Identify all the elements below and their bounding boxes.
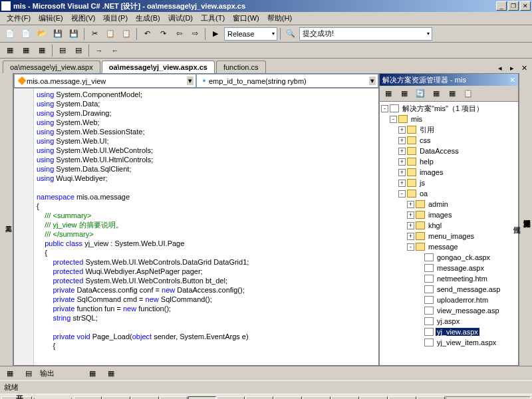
menu-item[interactable]: 编辑(E) bbox=[35, 12, 67, 25]
tree-node[interactable]: +css bbox=[381, 135, 517, 146]
menu-item[interactable]: 生成(B) bbox=[132, 12, 164, 25]
sol-show-all-button[interactable]: ▦ bbox=[429, 86, 444, 101]
solution-explorer-tab[interactable]: 解决方案资源管理器 bbox=[522, 76, 532, 352]
tree-node[interactable]: +help bbox=[381, 156, 517, 167]
tree-node[interactable]: yj.aspx bbox=[381, 316, 517, 327]
tree-node[interactable]: uploaderror.htm bbox=[381, 295, 517, 305]
minimize-button[interactable]: _ bbox=[496, 1, 507, 11]
start-debug-button[interactable]: ▶ bbox=[208, 27, 223, 41]
tree-node[interactable]: +khgl bbox=[381, 220, 517, 231]
tab-scroll-right[interactable]: ▸ bbox=[507, 63, 517, 73]
tb2-comment-button[interactable]: ▤ bbox=[55, 43, 70, 58]
menu-item[interactable]: 调试(D) bbox=[164, 12, 197, 25]
menu-item[interactable]: 视图(V) bbox=[67, 12, 100, 25]
tb2-indent-button[interactable]: → bbox=[92, 43, 106, 58]
tb2-btn-1[interactable]: ▦ bbox=[3, 43, 17, 58]
solution-tree[interactable]: -解决方案"mis"（1 项目）-mis+引用+css+DataAccess+h… bbox=[380, 102, 518, 365]
code-content[interactable]: using System.ComponentModel; using Syste… bbox=[34, 88, 378, 365]
tree-node[interactable]: -mis bbox=[381, 114, 517, 124]
tasklist-icon[interactable]: ▤ bbox=[21, 366, 36, 381]
tree-node[interactable]: +js bbox=[381, 178, 517, 188]
tb2-btn-3[interactable]: ▦ bbox=[35, 43, 49, 58]
tree-node[interactable]: yj_view_item.aspx bbox=[381, 337, 517, 348]
undo-button[interactable]: ↶ bbox=[140, 27, 154, 41]
properties-tab[interactable]: 属性 bbox=[512, 76, 522, 366]
find-button[interactable]: 🔍 bbox=[283, 27, 298, 41]
redo-button[interactable]: ↷ bbox=[156, 27, 170, 41]
taskbar-button[interactable] bbox=[388, 396, 416, 400]
tree-node[interactable]: gongao_ck.aspx bbox=[381, 252, 517, 263]
tree-node[interactable]: +images bbox=[381, 209, 517, 220]
start-button[interactable]: 开始 bbox=[1, 396, 32, 400]
tree-node[interactable]: send_message.asp bbox=[381, 284, 517, 295]
tree-node[interactable]: +images bbox=[381, 167, 517, 178]
toolbar-secondary: ▦ ▦ ▦ ▤ ▤ → ← bbox=[0, 43, 532, 59]
output-btn-2[interactable]: ▦ bbox=[104, 366, 118, 381]
output-tab[interactable]: 输出 bbox=[40, 368, 55, 378]
toolbox-tab[interactable]: 工具箱 bbox=[0, 73, 13, 366]
cut-button[interactable]: ✂ bbox=[87, 27, 102, 41]
system-tray: CH 18:01 bbox=[446, 396, 531, 400]
taskbar-button[interactable]: m... bbox=[188, 396, 216, 400]
taskbar-button[interactable] bbox=[303, 396, 331, 400]
close-button[interactable]: ✕ bbox=[520, 1, 531, 11]
taskbar-button[interactable] bbox=[74, 396, 102, 400]
right-dock-tabs: 解决方案资源管理器 属性 bbox=[519, 73, 532, 366]
tree-node[interactable]: -message bbox=[381, 241, 517, 252]
tb2-btn-2[interactable]: ▦ bbox=[19, 43, 33, 58]
menu-item[interactable]: 窗口(W) bbox=[229, 12, 263, 25]
sol-properties-button[interactable]: ▦ bbox=[445, 86, 460, 101]
taskbar-button[interactable] bbox=[417, 396, 445, 400]
menu-item[interactable]: 项目(P) bbox=[99, 12, 132, 25]
taskbar-button[interactable]: P... bbox=[217, 396, 245, 400]
taskbar-button[interactable] bbox=[160, 396, 188, 400]
tree-node[interactable]: -解决方案"mis"（1 项目） bbox=[381, 103, 517, 114]
new-project-button[interactable]: 📄 bbox=[3, 27, 17, 41]
sol-view-designer-button[interactable]: ▦ bbox=[397, 86, 412, 101]
add-item-button[interactable]: 📄 bbox=[19, 27, 33, 41]
taskbar-button[interactable] bbox=[360, 396, 388, 400]
sol-view-code-button[interactable]: ▦ bbox=[381, 86, 396, 101]
output-icon[interactable]: ▦ bbox=[3, 366, 17, 381]
document-tab[interactable]: oa\message\yj_view.aspx.cs bbox=[102, 61, 215, 73]
sol-refresh-button[interactable]: 🔄 bbox=[413, 86, 428, 101]
tree-node[interactable]: +menu_images bbox=[381, 231, 517, 241]
tree-node[interactable]: netmeeting.htm bbox=[381, 273, 517, 284]
tree-node[interactable]: view_message.asp bbox=[381, 305, 517, 316]
menu-item[interactable]: 帮助(H) bbox=[263, 12, 296, 25]
restore-button[interactable]: ❐ bbox=[508, 1, 519, 11]
solution-explorer-title: 解决方案资源管理器 - mis bbox=[382, 75, 509, 85]
find-combo[interactable]: 提交成功! bbox=[299, 27, 432, 41]
copy-button[interactable]: 📋 bbox=[103, 27, 118, 41]
member-dropdown[interactable]: 🔹 emp_id_to_name(string rybm) bbox=[196, 74, 378, 88]
tree-node[interactable]: yj_view.aspx bbox=[381, 327, 517, 337]
document-tab[interactable]: function.cs bbox=[216, 61, 266, 73]
taskbar-button[interactable] bbox=[102, 396, 130, 400]
save-all-button[interactable]: 💾 bbox=[66, 27, 81, 41]
nav-forward-button[interactable]: ⇨ bbox=[188, 27, 202, 41]
menu-item[interactable]: 文件(F) bbox=[3, 12, 35, 25]
config-dropdown[interactable]: Release bbox=[224, 27, 277, 41]
save-button[interactable]: 💾 bbox=[51, 27, 65, 41]
document-tab[interactable]: oa\message\yj_view.aspx bbox=[3, 61, 100, 73]
menu-item[interactable]: 工具(T) bbox=[197, 12, 229, 25]
tab-scroll-left[interactable]: ◂ bbox=[495, 63, 505, 73]
nav-back-button[interactable]: ⇦ bbox=[172, 27, 186, 41]
taskbar-button[interactable] bbox=[131, 396, 159, 400]
tab-close-button[interactable]: ✕ bbox=[519, 63, 529, 73]
tree-node[interactable]: +DataAccess bbox=[381, 146, 517, 156]
output-btn-1[interactable]: ▦ bbox=[85, 366, 100, 381]
tree-node[interactable]: -oa bbox=[381, 188, 517, 199]
tree-node[interactable]: +admin bbox=[381, 199, 517, 209]
tree-node[interactable]: +引用 bbox=[381, 124, 517, 135]
open-button[interactable]: 📂 bbox=[35, 27, 49, 41]
tb2-outdent-button[interactable]: ← bbox=[108, 43, 122, 58]
taskbar-button[interactable]: 未... bbox=[274, 396, 302, 400]
taskbar-button[interactable]: T... bbox=[331, 396, 359, 400]
taskbar-button[interactable]: D... bbox=[245, 396, 273, 400]
paste-button[interactable]: 📋 bbox=[119, 27, 134, 41]
class-dropdown[interactable]: 🔶 mis.oa.message.yj_view bbox=[14, 74, 196, 88]
tb2-uncomment-button[interactable]: ▤ bbox=[71, 43, 86, 58]
sol-copy-button[interactable]: 📋 bbox=[461, 86, 475, 101]
tree-node[interactable]: message.aspx bbox=[381, 263, 517, 273]
